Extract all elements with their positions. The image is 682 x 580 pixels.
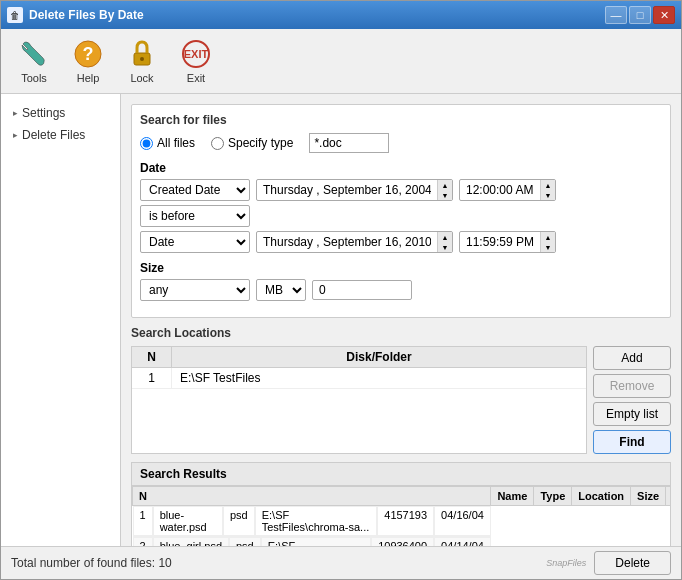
- all-files-text: All files: [157, 136, 195, 150]
- results-scroll-area[interactable]: N Name Type Location Size Date 1: [132, 486, 670, 546]
- watermark: SnapFiles: [546, 558, 586, 568]
- tools-button[interactable]: Tools: [9, 33, 59, 89]
- lock-icon: [126, 38, 158, 70]
- result-type: psd: [223, 506, 255, 536]
- date-type-select[interactable]: Created Date Modified Date Accessed Date: [140, 179, 250, 201]
- exit-button[interactable]: EXIT Exit: [171, 33, 221, 89]
- date1-up-button[interactable]: ▲: [438, 180, 452, 190]
- close-button[interactable]: ✕: [653, 6, 675, 24]
- title-bar: 🗑 Delete Files By Date — □ ✕: [1, 1, 681, 29]
- table-row[interactable]: 1 blue-water.psd psd E:\SF TestFiles\chr…: [133, 506, 491, 537]
- time1-up-button[interactable]: ▲: [541, 180, 555, 190]
- locations-col-folder: Disk/Folder: [172, 347, 586, 367]
- date2-input[interactable]: [257, 233, 437, 251]
- specify-type-text: Specify type: [228, 136, 293, 150]
- result-location: E:\SF TestFiles\chroma-sa...: [255, 506, 378, 536]
- status-bar: Total number of found files: 10 SnapFile…: [1, 546, 681, 579]
- date1-down-button[interactable]: ▼: [438, 190, 452, 200]
- location-row-folder: E:\SF TestFiles: [172, 368, 586, 388]
- result-date: 04/14/04: [434, 537, 491, 546]
- result-name: blue_girl.psd: [153, 537, 229, 546]
- help-label: Help: [77, 72, 100, 84]
- result-name: blue-water.psd: [153, 506, 223, 536]
- location-row-n: 1: [132, 368, 172, 388]
- result-location: E:\SF TestFiles\chroma-sa...: [261, 537, 371, 546]
- file-type-radio-row: All files Specify type: [140, 133, 662, 153]
- status-right: SnapFiles Delete: [546, 551, 671, 575]
- svg-point-4: [140, 57, 144, 61]
- size-row: any less than greater than MB KB GB: [140, 279, 662, 301]
- time2-down-button[interactable]: ▼: [541, 242, 555, 252]
- date2-up-button[interactable]: ▲: [438, 232, 452, 242]
- date-row-1: Created Date Modified Date Accessed Date…: [140, 179, 662, 201]
- specify-type-input[interactable]: [309, 133, 389, 153]
- main-window: 🗑 Delete Files By Date — □ ✕ Tools ?: [0, 0, 682, 580]
- search-results-section: Search Results N Name Type Location Size…: [131, 462, 671, 546]
- result-date: 04/16/04: [434, 506, 491, 536]
- help-icon: ?: [72, 38, 104, 70]
- remove-button[interactable]: Remove: [593, 374, 671, 398]
- lock-button[interactable]: Lock: [117, 33, 167, 89]
- size-condition-select[interactable]: any less than greater than: [140, 279, 250, 301]
- locations-col-n: N: [132, 347, 172, 367]
- table-row[interactable]: 2 blue_girl.psd psd E:\SF TestFiles\chro…: [133, 537, 491, 546]
- size-section: Size any less than greater than MB KB GB: [140, 261, 662, 301]
- result-n: 1: [133, 506, 153, 536]
- minimize-button[interactable]: —: [605, 6, 627, 24]
- title-controls: — □ ✕: [605, 6, 675, 24]
- date2-spin: ▲ ▼: [437, 232, 452, 252]
- search-locations-title: Search Locations: [131, 326, 671, 340]
- results-col-date: Date: [666, 487, 670, 506]
- empty-list-button[interactable]: Empty list: [593, 402, 671, 426]
- table-row[interactable]: 1 E:\SF TestFiles: [132, 368, 586, 389]
- locations-table: N Disk/Folder 1 E:\SF TestFiles: [131, 346, 587, 454]
- date-type2-select[interactable]: Date Time: [140, 231, 250, 253]
- toolbar: Tools ? Help Lock EXIT: [1, 29, 681, 94]
- add-button[interactable]: Add: [593, 346, 671, 370]
- all-files-radio-label[interactable]: All files: [140, 136, 195, 150]
- specify-type-radio-label[interactable]: Specify type: [211, 136, 293, 150]
- size-value-input[interactable]: [312, 280, 412, 300]
- time2-spin: ▲ ▼: [540, 232, 555, 252]
- find-button[interactable]: Find: [593, 430, 671, 454]
- help-button[interactable]: ? Help: [63, 33, 113, 89]
- results-col-type: Type: [534, 487, 572, 506]
- delete-files-label: Delete Files: [22, 128, 85, 142]
- condition-select[interactable]: is before is after is equal: [140, 205, 250, 227]
- exit-icon: EXIT: [180, 38, 212, 70]
- time1-input-group: ▲ ▼: [459, 179, 556, 201]
- date1-input[interactable]: [257, 181, 437, 199]
- time2-up-button[interactable]: ▲: [541, 232, 555, 242]
- result-type: psd: [229, 537, 261, 546]
- date2-down-button[interactable]: ▼: [438, 242, 452, 252]
- date-label: Date: [140, 161, 662, 175]
- time1-down-button[interactable]: ▼: [541, 190, 555, 200]
- locations-table-header: N Disk/Folder: [132, 347, 586, 368]
- delete-button[interactable]: Delete: [594, 551, 671, 575]
- maximize-button[interactable]: □: [629, 6, 651, 24]
- status-text: Total number of found files: 10: [11, 556, 172, 570]
- time2-input-group: ▲ ▼: [459, 231, 556, 253]
- results-col-n: N: [133, 487, 491, 506]
- results-table-header: N Name Type Location Size Date: [133, 487, 671, 506]
- size-unit-select[interactable]: MB KB GB: [256, 279, 306, 301]
- date1-input-group: ▲ ▼: [256, 179, 453, 201]
- date-section: Date Created Date Modified Date Accessed…: [140, 161, 662, 253]
- time2-input[interactable]: [460, 233, 540, 251]
- all-files-radio[interactable]: [140, 137, 153, 150]
- size-label: Size: [140, 261, 662, 275]
- sidebar-item-settings[interactable]: Settings: [1, 102, 120, 124]
- time1-input[interactable]: [460, 181, 540, 199]
- date-row-3: Date Time ▲ ▼: [140, 231, 662, 253]
- results-col-size: Size: [631, 487, 666, 506]
- date2-input-group: ▲ ▼: [256, 231, 453, 253]
- sidebar-item-delete-files[interactable]: Delete Files: [1, 124, 120, 146]
- search-locations-section: Search Locations N Disk/Folder 1 E:\SF T…: [131, 326, 671, 454]
- result-n: 2: [133, 537, 153, 546]
- specify-type-radio[interactable]: [211, 137, 224, 150]
- tools-label: Tools: [21, 72, 47, 84]
- exit-label: Exit: [187, 72, 205, 84]
- results-table: N Name Type Location Size Date 1: [132, 486, 670, 546]
- time1-spin: ▲ ▼: [540, 180, 555, 200]
- search-for-files-section: Search for files All files Specify type …: [131, 104, 671, 318]
